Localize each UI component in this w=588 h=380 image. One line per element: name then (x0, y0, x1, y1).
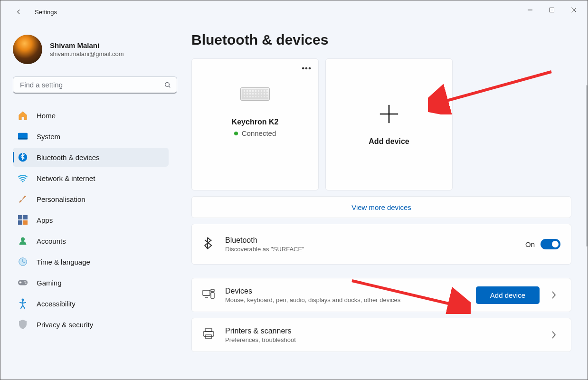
svg-rect-27 (203, 332, 214, 336)
accessibility-icon (18, 298, 28, 309)
svg-rect-11 (23, 215, 28, 219)
person-icon (18, 236, 28, 246)
sidebar-item-bluetooth[interactable]: Bluetooth & devices (13, 148, 169, 167)
keyboard-icon (240, 87, 270, 101)
devices-row[interactable]: Devices Mouse, keyboard, pen, audio, dis… (191, 278, 571, 312)
wifi-icon (18, 173, 28, 183)
svg-point-14 (21, 238, 25, 241)
sidebar-item-gaming[interactable]: Gaming (13, 273, 169, 292)
device-card[interactable]: ••• Keychron K2 Connected (191, 58, 319, 190)
bluetooth-icon (18, 152, 28, 162)
printer-icon (202, 328, 216, 342)
add-device-button[interactable]: Add device (476, 286, 540, 304)
status-text: Connected (242, 129, 276, 137)
svg-point-17 (24, 281, 26, 283)
svg-rect-26 (205, 329, 212, 332)
chevron-right-icon (551, 331, 557, 339)
printers-chevron[interactable] (547, 331, 560, 339)
svg-rect-24 (211, 293, 214, 298)
search-icon (164, 81, 171, 89)
arrow-left-icon (14, 8, 23, 16)
sidebar-item-apps[interactable]: Apps (13, 210, 169, 229)
app-title: Settings (35, 9, 57, 16)
clock-globe-icon (18, 256, 28, 267)
svg-point-19 (22, 299, 24, 301)
printers-subtitle: Preferences, troubleshoot (225, 336, 547, 343)
chevron-right-icon (551, 291, 557, 299)
sidebar-item-personalisation[interactable]: Personalisation (13, 190, 169, 209)
search-input[interactable] (13, 76, 177, 94)
devices-chevron[interactable] (547, 291, 560, 299)
system-icon (18, 131, 28, 142)
profile-email: shivam.malani@gmail.com (50, 50, 124, 57)
nav-label: Home (37, 112, 56, 120)
svg-rect-10 (18, 215, 22, 219)
bluetooth-title: Bluetooth (225, 236, 525, 245)
nav-label: Network & internet (37, 174, 95, 182)
bluetooth-toggle[interactable] (541, 239, 560, 249)
home-icon (18, 110, 28, 121)
nav-label: Bluetooth & devices (37, 153, 100, 162)
profile-name: Shivam Malani (50, 41, 124, 49)
bluetooth-subtitle: Discoverable as "SURFACE" (225, 246, 525, 253)
svg-rect-22 (203, 290, 210, 295)
sidebar-item-accounts[interactable]: Accounts (13, 231, 169, 250)
page-title: Bluetooth & devices (191, 32, 571, 48)
svg-point-8 (19, 153, 27, 162)
sidebar-item-privacy[interactable]: Privacy & security (13, 315, 169, 334)
device-name: Keychron K2 (232, 118, 279, 126)
apps-icon (18, 215, 28, 225)
svg-rect-28 (206, 335, 211, 339)
view-more-text: View more devices (351, 203, 411, 211)
devices-icon (202, 289, 216, 301)
profile-block[interactable]: Shivam Malani shivam.malani@gmail.com (13, 35, 169, 64)
more-button[interactable]: ••• (302, 64, 312, 73)
device-status: Connected (234, 129, 276, 137)
nav-label: Accounts (37, 237, 66, 245)
svg-rect-12 (18, 220, 22, 225)
minimize-button[interactable] (519, 2, 541, 18)
svg-line-5 (169, 86, 170, 87)
svg-point-18 (25, 283, 27, 284)
status-dot-icon (234, 132, 238, 135)
nav-label: Gaming (37, 279, 62, 287)
nav-label: Accessibility (37, 300, 76, 308)
sidebar-item-system[interactable]: System (13, 127, 169, 146)
sidebar-item-accessibility[interactable]: Accessibility (13, 294, 169, 313)
sidebar: Shivam Malani shivam.malani@gmail.com Ho… (0, 23, 177, 380)
sidebar-item-network[interactable]: Network & internet (13, 169, 169, 188)
shield-icon (18, 319, 28, 330)
nav: Home System Bluetooth & devices Network … (13, 106, 169, 336)
add-device-label: Add device (369, 137, 409, 146)
brush-icon (18, 194, 28, 204)
search-wrap (13, 76, 177, 94)
svg-rect-7 (18, 138, 28, 140)
window-controls (519, 2, 585, 18)
sidebar-item-time[interactable]: Time & language (13, 252, 169, 271)
sidebar-item-home[interactable]: Home (13, 106, 169, 125)
avatar (13, 35, 42, 64)
svg-point-4 (165, 83, 170, 87)
printers-title: Printers & scanners (225, 327, 547, 335)
svg-rect-13 (23, 220, 28, 225)
maximize-button[interactable] (541, 2, 563, 18)
plus-icon (378, 103, 400, 125)
titlebar: Settings (0, 0, 588, 23)
scrollbar[interactable] (586, 85, 588, 247)
nav-label: Apps (37, 216, 53, 224)
close-button[interactable] (563, 2, 585, 18)
devices-subtitle: Mouse, keyboard, pen, audio, displays an… (225, 296, 476, 304)
svg-point-9 (22, 181, 24, 182)
printers-row[interactable]: Printers & scanners Preferences, trouble… (191, 318, 571, 352)
main-content: Bluetooth & devices ••• Keychron K2 Conn… (177, 23, 588, 380)
nav-label: Privacy & security (37, 321, 93, 329)
bluetooth-toggle-row: Bluetooth Discoverable as "SURFACE" On (191, 224, 571, 265)
nav-label: Time & language (37, 258, 90, 266)
view-more-devices-link[interactable]: View more devices (191, 196, 571, 218)
nav-label: Personalisation (37, 195, 85, 203)
back-button[interactable] (9, 2, 28, 21)
toggle-label: On (525, 240, 535, 248)
nav-label: System (37, 133, 60, 141)
bluetooth-icon (202, 237, 216, 252)
add-device-card[interactable]: Add device (325, 58, 453, 190)
